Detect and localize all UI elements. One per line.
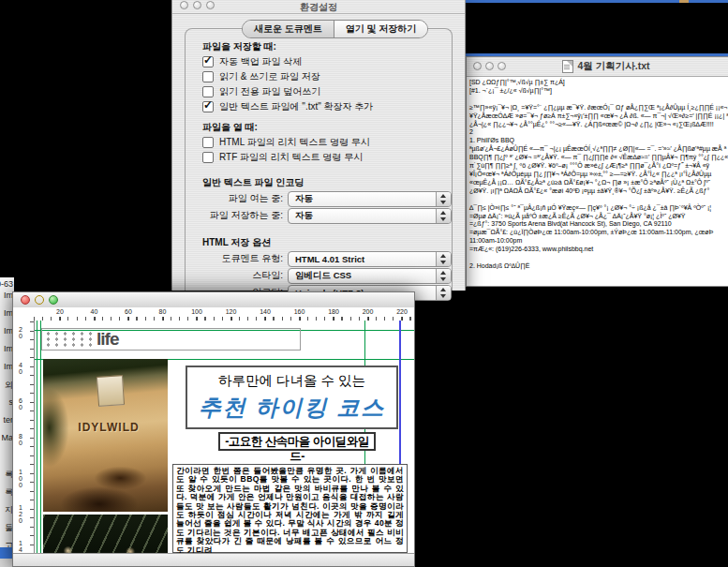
checkbox-label: 자동 백업 파일 삭제 — [219, 55, 302, 68]
desktop: 0-63ImImImImIm외sterMa록록지둘고 환경설정 새로운 도큐멘트… — [0, 0, 728, 567]
text-line: [SD ¿ΩΩƒ∏|°™,√ß√µ ∏±∑ π¿Á] — [469, 79, 728, 87]
zoom-icon[interactable] — [49, 295, 58, 305]
down-arrow-icon — [440, 201, 446, 204]
tab-bar: 새로운 도큐멘트열기 및 저장하기 — [242, 20, 428, 38]
layout-window-titlebar[interactable] — [13, 292, 414, 308]
photo-carved-word: IDYLWILD — [56, 421, 161, 434]
popup-menu[interactable]: 자동 — [288, 208, 452, 224]
ruler-ticks — [30, 321, 34, 554]
headline-big-text: 추천 하이킹 코스 — [187, 393, 396, 423]
checkbox-row: HTML 파일의 리치 텍스트 명령 무시 — [202, 135, 452, 150]
layout-editor-window: 20406080100120140160180200220 2 04 06 08… — [12, 291, 415, 567]
text-line — [469, 96, 728, 104]
text-line: π˙∑ù∏¶ ∏∏≥ª ∫¸ ºö ¿Ø¥Ÿ. ¥öº–ø¡ °°°Ô æ»é¿… — [469, 162, 728, 171]
popup-row: 파일 저장하는 중:자동 — [202, 207, 452, 224]
photo-forest[interactable] — [43, 515, 168, 554]
horizontal-ruler[interactable]: 20406080100120140160180200220 — [13, 307, 414, 321]
text-line: 11:00am-10:00pm — [469, 237, 728, 246]
popup-value: 자동 — [289, 210, 313, 222]
popup-label: 스타일: — [202, 269, 283, 282]
text-line: ¥Î¡Ô«œ¥¬ ªÁ∂Ôµéµµ ∏¿ ∫∏¥¬ ªÁ∂Ô=µµ »∞±‚°°… — [469, 171, 728, 179]
text-line: ¿Ø¥Ÿ. ¡ı∏ª ΩÄΩÅ ΩÃ°£¿« °æøì 40ºÐ ¡¤µµ ±â… — [469, 187, 728, 196]
checkbox[interactable] — [202, 152, 214, 163]
popup-label: 도큐멘트 유형: — [202, 252, 283, 265]
logo-frame[interactable]: life — [41, 328, 301, 351]
checkbox-row: 읽기 전용 파일 덮어쓰기 — [202, 84, 452, 99]
logo-dot-pattern — [44, 331, 93, 348]
section-label-encoding: 일반 텍스트 파일 인코딩 — [202, 176, 452, 190]
text-line: 1. Phill'Øs BBQ — [469, 137, 728, 145]
stepper-icon — [436, 269, 451, 283]
preferences-titlebar[interactable]: 환경설정 — [172, 0, 465, 14]
text-line: =¿ßƒ°: 3750 Sports Arena Blvd(at Hancock… — [469, 220, 728, 229]
ruler-number: 4 0 — [16, 362, 25, 375]
text-window-titlebar[interactable]: 4월 기획기사.txt — [467, 57, 728, 77]
close-icon[interactable] — [21, 295, 30, 305]
vertical-ruler[interactable]: 2 04 06 08 01 0 01 2 01 4 0 — [13, 321, 35, 554]
checkbox[interactable] — [202, 86, 214, 97]
text-line: ªµßø'¿Å¬£¿ÁøÛ∏É «—π¯ ¬|¿¡ µÊæœÓÍ¸√¿ª∏∏≠ … — [469, 145, 728, 154]
window-title: 4월 기획기사.txt — [577, 60, 649, 73]
tab-0[interactable]: 새로운 도큐멘트 — [243, 21, 334, 37]
popup-value: HTML 4.01 Strict — [289, 254, 364, 264]
checkbox-row: 일반 텍스트 파일에 ".txt" 확장자 추가 — [202, 99, 452, 114]
up-arrow-icon — [440, 271, 446, 275]
photo-carved-sign[interactable]: IDYLWILD — [43, 359, 168, 512]
section-label-save: 파일을 저장할 때: — [202, 40, 452, 54]
text-line: BBQ∏¶ ∏¿∫º ª' ¿Ø¥¬ =ª'¿Å¥Ÿ. «— π¯ ∏¿∫∏∏é… — [469, 154, 728, 162]
checkbox[interactable] — [202, 101, 214, 112]
tab-1[interactable]: 열기 및 저장하기 — [334, 21, 428, 37]
section-label-html: HTML 저장 옵션 — [202, 236, 452, 250]
ruler-number: 160 — [290, 308, 310, 315]
body-text-frame[interactable]: 간이라면 한번 쯤은 들어봤을만큼 유명한 곳. 가게 이름에서도 알 수 있듯… — [172, 464, 408, 553]
checkbox-label: 일반 텍스트 파일에 ".txt" 확장자 추가 — [219, 100, 373, 113]
stepper-icon — [436, 252, 451, 266]
up-arrow-icon — [440, 211, 446, 215]
preferences-window: 환경설정 새로운 도큐멘트열기 및 저장하기 파일을 저장할 때: 자동 백업 … — [171, 0, 466, 291]
text-line: «œµÊ¿Å ¡¡Ω… ΩÃ°£¿Å≥ª ¿ú≥á ΩÃ°£ø¡¥¬ °¿Ω¬ … — [469, 179, 728, 187]
text-line: =πÆ¿«: (619)226-6333, www.philsbbq.net — [469, 246, 728, 254]
text-editor-area[interactable]: [SD ¿ΩΩƒ∏|°™,√ß√µ ∏±∑ π¿Á][#1. ¬´¿¡¯ ±¿/… — [467, 77, 728, 286]
guide-line-vertical[interactable] — [40, 321, 41, 554]
checkbox[interactable] — [202, 71, 214, 82]
horizontal-scrollbar[interactable] — [13, 553, 414, 566]
ruler-number: 2 0 — [16, 326, 25, 339]
tab-pane: 파일을 저장할 때: 자동 백업 파일 삭제읽기 & 쓰기로 파일 저장읽기 전… — [185, 28, 453, 291]
text-line: =Øµø ∆Ä¡ˆ: »ù¿Ã µåºÓ ±æ¿Ã ≥Ê¿Ã ¿Ø¥¬ ¿Å¿¯… — [469, 213, 728, 221]
window-title: 환경설정 — [172, 1, 465, 14]
minimize-icon[interactable] — [35, 295, 44, 305]
popup-menu[interactable]: 자동 — [288, 191, 452, 207]
popup-label: 파일 여는 중: — [202, 192, 283, 205]
ruler-number: 120 — [221, 308, 242, 315]
headline-frame[interactable]: 하루만에 다녀올 수 있는 추천 하이킹 코스 — [186, 366, 398, 429]
checkbox[interactable] — [202, 56, 214, 67]
checkbox-row: 자동 백업 파일 삭제 — [202, 54, 452, 69]
list-item[interactable]: 0-63 — [0, 279, 13, 289]
ruler-number: 100 — [186, 308, 207, 315]
popup-row: 스타일:임베디드 CSS — [202, 267, 452, 284]
section-label-open: 파일을 열 때: — [202, 121, 452, 135]
text-line: =øµæ¯ΩÃ°£: ¿ù¿Ï∏ÒøÞ¿œ 11:00am-10:00pm, ±… — [469, 229, 728, 237]
ruler-number: 220 — [392, 308, 412, 315]
text-line: ¥Ÿ¿ÅæœÓ∆Æ »ø=¯¥¬ ƒø≥Á π±∑¬«ÿ¡′±∏∏ «œ¥¬ ¿… — [469, 112, 728, 121]
subtitle-frame[interactable]: -고요한 산속마을 아이딜와일드- — [218, 432, 376, 451]
page-canvas[interactable]: life IDYLWILD 하루만에 다녀올 수 있는 추천 하이킹 코스 -고… — [35, 321, 414, 554]
ruler-number: 40 — [84, 308, 105, 315]
popup-menu[interactable]: HTML 4.01 Strict — [288, 251, 452, 267]
checkbox[interactable] — [202, 137, 214, 148]
ruler-number: 20 — [50, 308, 70, 315]
stepper-icon — [436, 286, 451, 300]
checkbox-label: HTML 파일의 리치 텍스트 명령 무시 — [219, 136, 370, 149]
photo-detail — [97, 375, 125, 407]
down-arrow-icon — [440, 277, 446, 281]
popup-value: 자동 — [289, 193, 313, 205]
text-line: ≥™∏»«ÿ¡¯¥¬ |Ω¸ =¥Ÿ=°´ ¿∏¿µµ æ¯¥Ÿ. ∂æœÓ¡¯… — [469, 104, 728, 112]
text-line: ∆¯∏≤ |Ò»ì∏≤ °ˆ ª¯µÂ¿ß¡ñ µÓ ¥Ÿæç«— ∏ç¥º °… — [469, 204, 728, 213]
stepper-icon — [436, 192, 451, 206]
checkbox-row: 읽기 & 쓰기로 파일 저장 — [202, 69, 452, 84]
down-arrow-icon — [440, 217, 446, 221]
text-line: 2. Hodad¡ß Ωº∆Û∏Ë — [469, 262, 728, 271]
popup-menu[interactable]: 임베디드 CSS — [288, 268, 452, 284]
guide-line-vertical[interactable] — [37, 321, 37, 554]
checkbox-label: RTF 파일의 리치 텍스트 명령 무시 — [219, 151, 363, 164]
